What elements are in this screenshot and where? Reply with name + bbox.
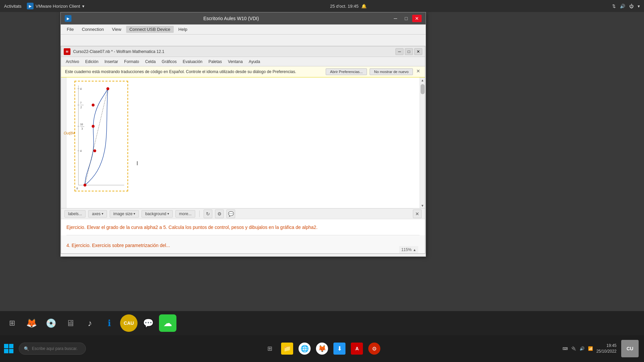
windows-logo — [4, 344, 13, 353]
download-btn[interactable]: ⬇ — [331, 335, 348, 362]
zoom-up-arrow[interactable]: ▲ — [413, 248, 416, 252]
background-btn[interactable]: background ▾ — [142, 210, 173, 218]
math-menu-evaluacion[interactable]: Evaluación — [180, 59, 205, 65]
comment-icon-btn[interactable]: 💬 — [226, 209, 235, 218]
chrome-btn[interactable]: 🌐 — [296, 335, 313, 362]
menu-help[interactable]: Help — [175, 26, 191, 33]
math-menu-edicion[interactable]: Edición — [83, 59, 101, 65]
zoom-value: 115% — [401, 247, 412, 252]
dock-cau-icon: CAU — [124, 320, 134, 326]
scroll-up-arrow[interactable]: ▲ — [420, 77, 425, 83]
math-content-area: Out[84]= 4 7 2 — [61, 77, 425, 208]
math-menu-archivo[interactable]: Archivo — [63, 59, 82, 65]
wolfram-icon: ⚙ — [368, 343, 380, 355]
svg-text:4: 4 — [80, 87, 82, 90]
graph-container[interactable]: 4 7 2 10 3 4 0 — [74, 81, 128, 191]
math-minimize-btn[interactable]: ─ — [395, 48, 404, 55]
toolbar-separator — [199, 210, 200, 217]
minimize-button[interactable]: ─ — [391, 15, 400, 22]
close-button[interactable]: ✕ — [412, 15, 422, 22]
labels-btn[interactable]: labels... — [64, 210, 86, 218]
svg-text:2: 2 — [80, 106, 82, 109]
scrollbar-thumb[interactable] — [421, 84, 425, 94]
firefox-btn[interactable]: 🦊 — [314, 335, 330, 362]
no-show-again-btn[interactable]: No mostrar de nuevo — [370, 68, 413, 75]
vmware-dropdown-icon[interactable]: ▾ — [82, 4, 85, 9]
network-icon[interactable]: ⇅ — [612, 4, 616, 9]
menu-file[interactable]: File — [63, 26, 77, 33]
settings-icon[interactable]: ▾ — [638, 4, 640, 9]
notification-icon[interactable]: 🔔 — [361, 4, 367, 9]
activities-label[interactable]: Activitats — [4, 4, 21, 9]
taskbar-search-bar[interactable]: 🔍 — [19, 343, 86, 355]
banner-text: Este cuaderno está mostrando traduccione… — [65, 69, 326, 74]
taskview-icon: ⊞ — [264, 343, 276, 355]
power-icon[interactable]: ⏻ — [629, 4, 634, 9]
cu-button[interactable]: CU — [621, 340, 639, 357]
search-icon: 🔍 — [24, 346, 29, 351]
axes-btn[interactable]: axes ▾ — [88, 210, 107, 218]
vmware-titlebar: ▶ Escritorio Aules W10 (VDI) ─ □ ✕ — [61, 12, 426, 24]
open-preferences-btn[interactable]: Abrir Preferencias... — [326, 68, 367, 75]
menu-connection[interactable]: Connection — [78, 26, 107, 33]
reload-icon-btn[interactable]: ↻ — [204, 209, 212, 218]
sound-icon[interactable]: 🔊 — [620, 4, 625, 9]
image-size-btn[interactable]: image size ▾ — [110, 210, 139, 218]
menu-connect-usb[interactable]: Connect USB Device — [126, 26, 174, 33]
math-menu-celda[interactable]: Celda — [143, 59, 158, 65]
file-explorer-btn[interactable]: 📁 — [279, 335, 296, 362]
more-btn[interactable]: more... — [175, 210, 195, 218]
system-clock: 19:45 25/10/2022 — [596, 343, 616, 354]
math-menu-graficos[interactable]: Gráficos — [159, 59, 179, 65]
math-titlebar: M Curso22-Clase07.nb * - Wolfram Mathema… — [61, 46, 425, 57]
mathematica-graph: 4 7 2 10 3 4 0 — [75, 81, 127, 191]
dock-disk-icon: 💿 — [46, 318, 56, 328]
math-menu-ayuda[interactable]: Ayuda — [246, 59, 263, 65]
dock-cau-btn[interactable]: CAU — [120, 314, 138, 332]
dock-chat-icon: 💬 — [143, 318, 154, 328]
dock-info-btn[interactable]: ℹ — [101, 314, 118, 332]
svg-line-15 — [85, 89, 108, 185]
network-tray-icon[interactable]: 📶 — [588, 346, 593, 351]
dock-disk-btn[interactable]: 💿 — [42, 314, 60, 332]
dock-chat-btn[interactable]: 💬 — [140, 314, 157, 332]
info-banner: Este cuaderno está mostrando traduccione… — [61, 66, 425, 77]
start-button[interactable] — [0, 335, 17, 362]
vmware-indicator[interactable]: ▶ VMware Horizon Client ▾ — [27, 3, 85, 9]
chrome-icon: 🌐 — [299, 343, 311, 355]
vmware-menubar: File Connection View Connect USB Device … — [61, 24, 426, 35]
menu-view[interactable]: View — [109, 26, 125, 33]
math-close-btn[interactable]: ✕ — [414, 48, 422, 55]
dock-grid-btn[interactable]: ⊞ — [3, 314, 21, 332]
scroll-down-arrow[interactable]: ▼ — [420, 203, 425, 208]
math-menu-insertar[interactable]: Insertar — [102, 59, 121, 65]
wolfram-btn[interactable]: ⚙ — [366, 335, 383, 362]
svg-point-16 — [107, 87, 109, 90]
file-explorer-icon: 📁 — [281, 343, 293, 355]
math-maximize-btn[interactable]: □ — [405, 48, 413, 55]
banner-close-icon[interactable]: ✕ — [416, 68, 421, 74]
system-bar: Activitats ▶ VMware Horizon Client ▾ 25 … — [0, 0, 644, 12]
taskview-btn[interactable]: ⊞ — [261, 335, 278, 362]
partial-exercise-section: 4. Ejercicio. Exercicis sobre parametriz… — [66, 243, 420, 250]
speaker-icon[interactable]: 🔊 — [580, 346, 585, 351]
math-menu-ventana[interactable]: Ventana — [225, 59, 246, 65]
dock-music-icon: ♪ — [88, 318, 92, 328]
dock-firefox-btn[interactable]: 🦊 — [23, 314, 40, 332]
maximize-button[interactable]: □ — [401, 15, 411, 22]
zoom-indicator: 115% ▲ — [399, 246, 418, 253]
dock-cloud-btn[interactable]: ☁ — [159, 314, 176, 332]
grid-icon: ⊞ — [9, 319, 15, 327]
partial-exercise-text: 4. Ejercicio. Exercicis sobre parametriz… — [66, 243, 420, 248]
settings-icon-btn[interactable]: ⚙ — [215, 209, 224, 218]
dock-cloud-icon: ☁ — [163, 318, 172, 328]
dock-monitor-btn[interactable]: 🖥 — [62, 314, 79, 332]
acrobat-btn[interactable]: A — [348, 335, 365, 362]
axes-arrow: ▾ — [102, 212, 103, 216]
math-menu-paletas[interactable]: Paletas — [206, 59, 225, 65]
math-menu-formato[interactable]: Formato — [121, 59, 142, 65]
dock-music-btn[interactable]: ♪ — [81, 314, 99, 332]
right-scrollbar[interactable]: ▲ ▼ — [420, 77, 425, 208]
taskbar-search-input[interactable] — [32, 346, 81, 351]
toolbar-close-btn[interactable]: ✕ — [413, 209, 422, 218]
